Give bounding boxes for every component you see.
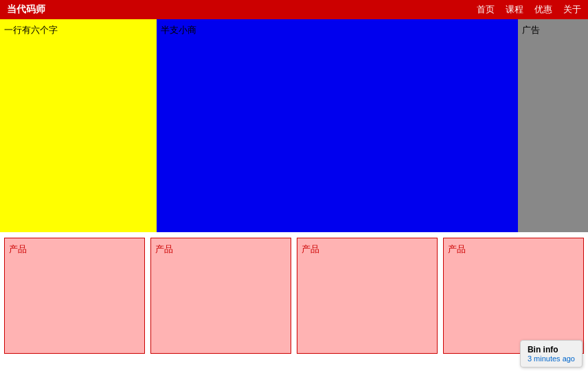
nav: 首页 课程 优惠 关于 [477,3,581,16]
nav-discount[interactable]: 优惠 [534,3,552,16]
product-card-2[interactable]: 产品 [150,238,291,354]
right-panel: 广告 [518,19,588,232]
left-panel: 一行有六个字 [0,19,157,232]
product-label-1: 产品 [9,244,27,254]
logo[interactable]: 当代码师 [7,3,45,16]
center-panel-text: 半支小商 [161,25,196,35]
main-area: 一行有六个字 半支小商 广告 [0,19,588,232]
product-card-1[interactable]: 产品 [4,238,145,354]
product-card-3[interactable]: 产品 [297,238,438,354]
bin-info-toast: Bin info 3 minutes ago [520,340,583,368]
product-card-4[interactable]: 产品 [443,238,584,354]
products-row: 产品 产品 产品 产品 [0,232,588,359]
product-label-4: 产品 [448,244,466,254]
bin-info-title: Bin info [528,345,575,354]
center-panel: 半支小商 [157,19,518,232]
nav-course[interactable]: 课程 [506,3,523,16]
left-panel-text: 一行有六个字 [4,25,58,35]
product-label-2: 产品 [155,244,173,254]
nav-home[interactable]: 首页 [477,3,495,16]
product-label-3: 产品 [302,244,319,254]
bin-info-time: 3 minutes ago [528,354,575,363]
nav-about[interactable]: 关于 [563,3,581,16]
ad-text: 广告 [522,25,540,35]
header: 当代码师 首页 课程 优惠 关于 [0,0,588,19]
